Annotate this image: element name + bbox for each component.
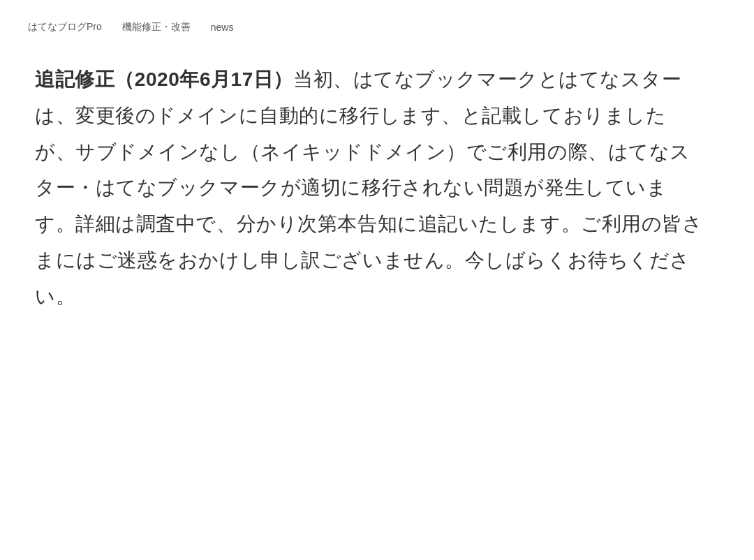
breadcrumb-item-blog: はてなブログPro — [28, 21, 102, 34]
breadcrumb: はてなブログPro 機能修正・改善 news — [28, 21, 726, 34]
breadcrumb-separator-1 — [108, 21, 117, 34]
breadcrumb-item-fixes: 機能修正・改善 — [122, 21, 191, 34]
article-body: 追記修正（2020年6月17日）当初、はてなブックマークとはてなスターは、変更後… — [35, 61, 705, 315]
breadcrumb-item-news: news — [211, 22, 234, 33]
breadcrumb-separator-2 — [196, 21, 205, 34]
article-body-text: 当初、はてなブックマークとはてなスターは、変更後のドメインに自動的に移行します、… — [35, 68, 702, 307]
article-bold-heading: 追記修正（2020年6月17日） — [35, 68, 293, 90]
main-content: 追記修正（2020年6月17日）当初、はてなブックマークとはてなスターは、変更後… — [28, 61, 712, 315]
